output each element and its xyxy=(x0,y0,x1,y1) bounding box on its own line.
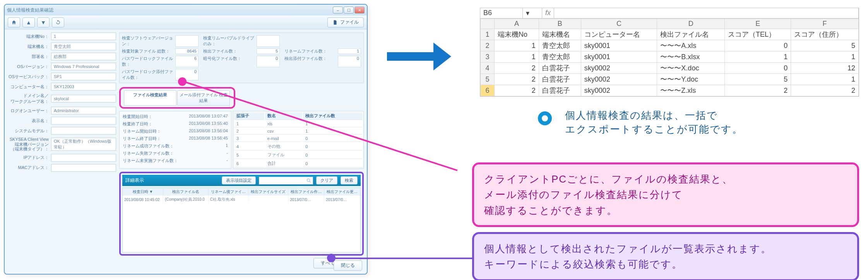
tab-mail-attach-results[interactable]: メール添付ファイル 検査結果 xyxy=(177,90,230,106)
col-header[interactable]: 検出ファイルサイズ xyxy=(248,188,288,196)
detail-list-highlight: 詳細表示 表示項目設定 クリア 検索 検査日時 ▼検出ファイル名リネーム後ファイ… xyxy=(119,172,364,256)
sheet-cell[interactable]: 1 xyxy=(791,51,859,63)
sheet-cell[interactable]: sky0001 xyxy=(581,51,657,63)
sheet-cell[interactable]: スコア（TEL） xyxy=(725,29,791,40)
refresh-button[interactable] xyxy=(52,17,64,27)
sheet-cell[interactable]: sky0001 xyxy=(581,40,657,51)
table-row[interactable]: 1xls1 xyxy=(234,121,363,127)
row-header[interactable]: 5 xyxy=(481,74,495,85)
close-window-button[interactable]: ✕ xyxy=(354,7,365,14)
sheet-cell[interactable]: スコア（住所） xyxy=(791,29,859,40)
sheet-col-header[interactable]: A xyxy=(495,19,539,29)
down-button[interactable]: ▼ xyxy=(37,17,50,27)
sheet-cell[interactable]: 〜〜〜Y.doc xyxy=(657,74,725,85)
sheet-cell[interactable]: 5 xyxy=(725,74,791,85)
sheet-cell[interactable]: 2 xyxy=(495,74,539,85)
row-header[interactable]: 3 xyxy=(481,51,495,63)
col-header[interactable]: 検査日時 ▼ xyxy=(123,188,163,196)
sheet-cell[interactable]: 1 xyxy=(495,51,539,63)
stat-value: 1 xyxy=(338,48,361,54)
table-row[interactable]: 62白雲花子sky0002〜〜〜Z.xls22 xyxy=(481,85,859,96)
sheet-cell[interactable]: 青空太郎 xyxy=(539,51,581,63)
sheet-cell[interactable]: 〜〜〜A.xls xyxy=(657,40,725,51)
sheet-cell[interactable]: 0 xyxy=(725,63,791,74)
col-header[interactable]: 拡張子 xyxy=(234,112,264,120)
maximize-button[interactable]: ☐ xyxy=(344,7,354,14)
name-box[interactable]: B6 xyxy=(480,8,523,18)
home-button[interactable] xyxy=(8,17,20,27)
sheet-cell[interactable]: sky0002 xyxy=(581,85,657,96)
sheet-col-header[interactable]: C xyxy=(581,19,657,29)
stat-label: 検出添付ファイル数： xyxy=(284,56,327,67)
tab-file-results[interactable]: ファイル検査結果 xyxy=(124,90,176,106)
col-header[interactable]: 検出ファイル作… xyxy=(288,188,324,196)
table-row[interactable]: 4その他0 xyxy=(234,143,363,150)
sheet-cell[interactable]: 端末機名 xyxy=(539,29,581,40)
sheet-cell[interactable]: 1 xyxy=(725,51,791,63)
sheet-col-header[interactable] xyxy=(481,19,495,29)
minimize-button[interactable]: – xyxy=(333,7,343,14)
col-header[interactable]: 検出ファイル名 xyxy=(163,188,209,196)
search-input[interactable] xyxy=(259,177,313,184)
sheet-cell[interactable]: 検出ファイル名 xyxy=(657,29,725,40)
sheet-cell[interactable]: 2 xyxy=(495,63,539,74)
sheet-col-header[interactable]: E xyxy=(725,19,791,29)
sheet-cell[interactable]: 〜〜〜X.doc xyxy=(657,63,725,74)
table-row[interactable]: 31青空太郎sky0001〜〜〜B.xlsx11 xyxy=(481,51,859,63)
field-label: IPアドレス： xyxy=(8,155,51,160)
sheet-cell[interactable]: sky0002 xyxy=(581,63,657,74)
field-value: Administrator xyxy=(51,107,116,114)
close-button[interactable]: 閉じる xyxy=(334,260,362,271)
col-header[interactable]: 検出ファイル数 xyxy=(303,112,363,120)
field-value: SKY12003 xyxy=(51,83,116,90)
row-header[interactable]: 4 xyxy=(481,63,495,74)
table-row[interactable]: 1端末機No端末機名コンピューター名検出ファイル名スコア（TEL）スコア（住所） xyxy=(481,29,859,40)
row-header[interactable]: 6 xyxy=(481,85,495,96)
sheet-cell[interactable]: 白雲花子 xyxy=(539,85,581,96)
table-row[interactable]: 21青空太郎sky0001〜〜〜A.xls05 xyxy=(481,40,859,51)
table-row[interactable]: 42白雲花子sky0002〜〜〜X.doc012 xyxy=(481,63,859,74)
sheet-cell[interactable]: 2 xyxy=(495,85,539,96)
sheet-cell[interactable]: 〜〜〜B.xlsx xyxy=(657,51,725,63)
sheet-col-header[interactable]: F xyxy=(791,19,859,29)
kv-label: 検査終了日時： xyxy=(123,121,152,127)
up-button[interactable]: ▲ xyxy=(22,17,35,27)
col-header[interactable]: 検出ファイル更… xyxy=(324,188,360,196)
sheet-cell[interactable]: sky0002 xyxy=(581,74,657,85)
file-menu-button[interactable]: ファイル xyxy=(327,17,364,27)
stat-label: 検査リムーバブルドライブのみ： xyxy=(203,35,257,47)
sheet-cell[interactable]: コンピューター名 xyxy=(581,29,657,40)
export-note: 個人情報検査の結果は、一括で エクスポートすることが可能です。 xyxy=(565,108,743,137)
field-value: Windows 7 Professional xyxy=(51,63,116,70)
sheet-cell[interactable]: 白雲花子 xyxy=(539,74,581,85)
sheet-cell[interactable]: 12 xyxy=(791,63,859,74)
table-row[interactable]: 2013/08/08 10:45:02(Company)社員.2010.0C社.… xyxy=(123,196,360,203)
sheet-cell[interactable]: 〜〜〜Z.xls xyxy=(657,85,725,96)
col-header[interactable]: リネーム後ファイ… xyxy=(208,188,248,196)
sheet-cell[interactable]: 2 xyxy=(791,85,859,96)
sheet-cell[interactable]: 2 xyxy=(725,85,791,96)
table-row[interactable]: 3e-mail0 xyxy=(234,135,363,142)
table-row[interactable]: 6合計0 xyxy=(234,160,363,167)
sheet-cell[interactable]: 1 xyxy=(495,40,539,51)
sheet-cell[interactable]: 0 xyxy=(725,40,791,51)
sheet-cell[interactable]: 端末機No xyxy=(495,29,539,40)
table-row[interactable]: 52白雲花子sky0002〜〜〜Y.doc51 xyxy=(481,74,859,85)
field-value xyxy=(51,117,116,125)
row-header[interactable]: 1 xyxy=(481,29,495,40)
sheet-cell[interactable]: 1 xyxy=(791,74,859,85)
formula-bar[interactable] xyxy=(554,8,859,18)
sheet-col-header[interactable]: D xyxy=(657,19,725,29)
sheet-cell[interactable]: 5 xyxy=(791,40,859,51)
row-header[interactable]: 2 xyxy=(481,40,495,51)
detail-table[interactable]: 検査日時 ▼検出ファイル名リネーム後ファイ…検出ファイルサイズ検出ファイル作…検… xyxy=(122,188,361,253)
sheet-col-header[interactable]: B xyxy=(539,19,581,29)
stat-value: 6 xyxy=(175,56,199,67)
display-columns-button[interactable]: 表示項目設定 xyxy=(222,176,256,184)
fx-dropdown[interactable]: ▾ xyxy=(523,8,542,18)
search-button[interactable]: 検索 xyxy=(341,176,358,184)
clear-button[interactable]: クリア xyxy=(316,176,337,184)
sheet-cell[interactable]: 白雲花子 xyxy=(539,63,581,74)
table-row[interactable]: 5ファイル0 xyxy=(234,151,363,159)
sheet-cell[interactable]: 青空太郎 xyxy=(539,40,581,51)
